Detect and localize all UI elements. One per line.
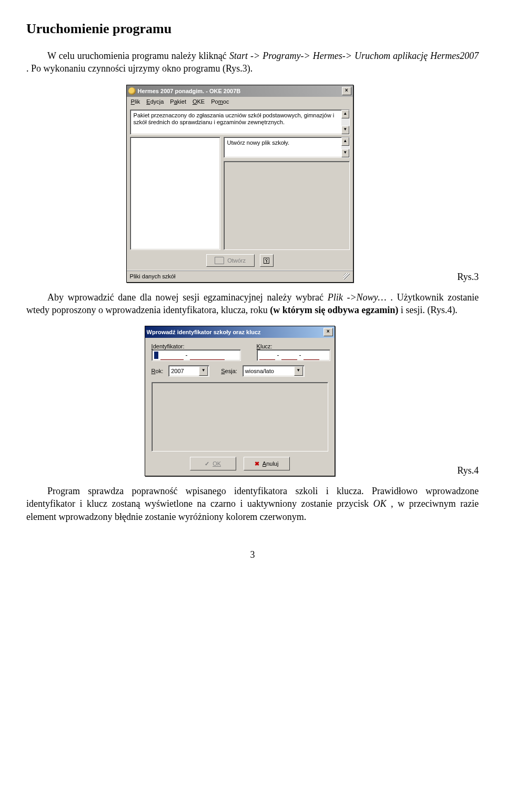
titlebar: Wprowadź identyfikator szkoły oraz klucz… [145, 326, 335, 338]
page-number: 3 [26, 549, 479, 560]
preview-panel [224, 161, 350, 250]
close-icon[interactable]: × [342, 87, 351, 95]
hermes-main-window: Hermes 2007 ponadgim. - OKE 2007B × Plik… [126, 85, 354, 283]
segment [259, 351, 275, 360]
anuluj-button-label: Anuluj [262, 460, 279, 467]
menu-oke[interactable]: OKE [193, 98, 205, 105]
text: Aby wprowadzić dane dla nowej sesji egza… [47, 292, 328, 303]
menu-path: Start -> Programy-> Hermes-> Uruchom apl… [229, 51, 479, 61]
folder-open-icon [215, 257, 224, 264]
chevron-down-icon[interactable]: ▼ [294, 366, 303, 376]
label-klucz: Klucz: [257, 343, 330, 349]
text-bold: (w którym się odbywa egzamin) [270, 305, 398, 315]
description-text: Pakiet przeznaczony do zgłaszania ucznió… [134, 112, 335, 125]
statusbar: Pliki danych szkół [127, 270, 353, 282]
text: . Po wykonaniu czynności ujrzymy okno pr… [26, 63, 252, 74]
check-icon: ✓ [205, 460, 209, 467]
dash: - [277, 352, 279, 359]
text: W celu uruchomienia programu należy klik… [47, 51, 229, 61]
button-ref: OK [373, 498, 386, 509]
close-icon[interactable]: × [324, 328, 333, 336]
titlebar: Hermes 2007 ponadgim. - OKE 2007B × [127, 85, 353, 97]
menu-plik[interactable]: Plik [131, 98, 140, 105]
scroll-up-icon[interactable]: ▲ [341, 110, 349, 118]
scroll-up-icon[interactable]: ▲ [341, 137, 349, 146]
scroll-down-icon[interactable]: ▼ [341, 149, 349, 157]
info-panel [152, 382, 328, 452]
text: i sesji. (Rys.4). [401, 305, 458, 315]
paragraph-3: Program sprawdza poprawność wpisanego id… [26, 485, 479, 523]
menu-path: Plik ->Nowy… [328, 292, 387, 303]
figure-caption-2: Rys.4 [457, 465, 479, 476]
dash: - [186, 352, 188, 359]
label-rok: Rok: [152, 368, 164, 374]
menu-pakiet[interactable]: Pakiet [170, 98, 186, 105]
segment [160, 351, 184, 360]
menu-pomoc[interactable]: Pomoc [211, 98, 229, 105]
window-title: Hermes 2007 ponadgim. - OKE 2007B [138, 88, 342, 94]
segment [304, 351, 319, 360]
menubar: Plik Edycja Pakiet OKE Pomoc [127, 97, 353, 106]
open-button-label: Otwórz [227, 257, 246, 264]
figure-caption-1: Rys.3 [457, 272, 479, 283]
klucz-input[interactable]: - - [257, 349, 330, 361]
ok-button[interactable]: ✓ OK [190, 457, 236, 470]
hint-box: Utwórz nowy plik szkoły. ▲ ▼ [224, 137, 350, 158]
chevron-down-icon[interactable]: ▼ [199, 366, 208, 376]
paragraph-1: W celu uruchomienia programu należy klik… [26, 49, 479, 75]
key-icon: ⚿ [263, 256, 270, 265]
sesja-combobox[interactable]: wiosna/lato ▼ [243, 365, 305, 377]
ok-button-label: OK [213, 460, 221, 467]
page-heading: Uruchomienie programu [26, 21, 479, 37]
rok-combobox[interactable]: 2007 ▼ [168, 365, 209, 377]
x-icon: ✖ [255, 460, 259, 467]
identyfikator-input[interactable]: - [152, 349, 241, 361]
sesja-value: wiosna/lato [245, 368, 274, 374]
anuluj-button[interactable]: ✖ Anuluj [244, 457, 290, 470]
segment [190, 351, 225, 360]
scrollbar[interactable]: ▲ ▼ [341, 110, 349, 134]
app-icon [128, 87, 136, 95]
label-sesja: Sesja: [221, 368, 237, 374]
identifier-dialog: Wprowadź identyfikator szkoły oraz klucz… [145, 326, 335, 476]
scroll-down-icon[interactable]: ▼ [341, 126, 349, 134]
hint-text: Utwórz nowy plik szkoły. [227, 139, 289, 146]
resize-grip-icon[interactable] [344, 273, 350, 279]
segment [281, 351, 297, 360]
status-text: Pliki danych szkół [130, 273, 176, 279]
description-box: Pakiet przeznaczony do zgłaszania ucznió… [130, 109, 350, 135]
dialog-title: Wprowadź identyfikator szkoły oraz klucz [147, 329, 324, 335]
menu-edycja[interactable]: Edycja [146, 98, 164, 105]
key-button[interactable]: ⚿ [260, 254, 274, 267]
label-identyfikator: Identyfikator: [152, 343, 241, 349]
file-list[interactable] [130, 137, 220, 250]
cursor [154, 352, 158, 359]
rok-value: 2007 [171, 368, 184, 374]
dash: - [299, 352, 301, 359]
scrollbar[interactable]: ▲ ▼ [341, 137, 349, 157]
paragraph-2: Aby wprowadzić dane dla nowej sesji egza… [26, 291, 479, 317]
open-button[interactable]: Otwórz [206, 254, 255, 267]
